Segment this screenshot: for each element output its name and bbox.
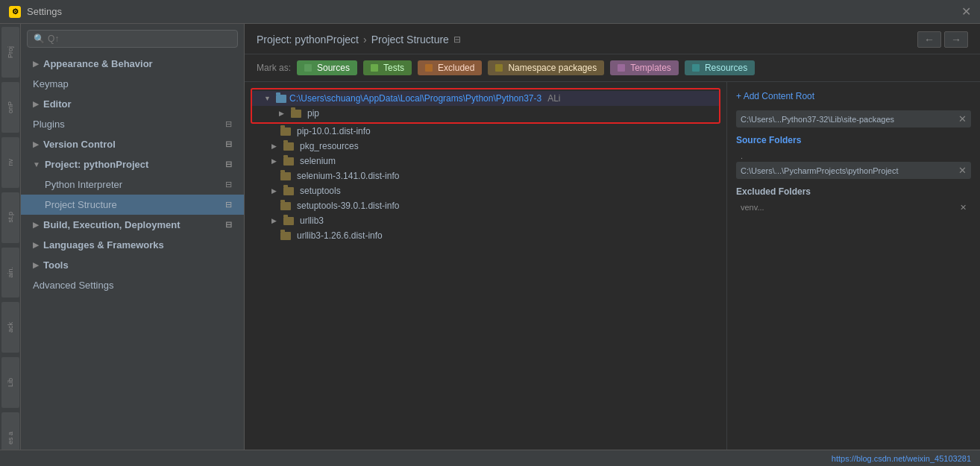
- selenium-label: selenium: [300, 156, 336, 166]
- tree-item-selenium-dist[interactable]: selenium-3.141.0.dist-info: [245, 169, 726, 183]
- sidebar: 🔍 ▶ Appearance & Behavior Keymap ▶ Edito…: [21, 24, 245, 466]
- right-path-pycharm-label: C:\Users\...\PycharmProjects\pythonProje…: [741, 166, 899, 175]
- left-tab-main[interactable]: ain.: [1, 248, 19, 298]
- tree-item-setuptools-dist[interactable]: setuptools-39.0.1.dist-info: [245, 198, 726, 213]
- sidebar-item-tools[interactable]: ▶ Tools: [21, 255, 244, 275]
- tree-item-setuptools[interactable]: ▶ setuptools: [245, 183, 726, 198]
- left-strip: Proj onP nv st.p ain. ack Lib es a: [0, 24, 21, 466]
- mark-templates-button[interactable]: Templates: [610, 60, 679, 75]
- main-layout: Proj onP nv st.p ain. ack Lib es a 🔍: [0, 24, 980, 466]
- mark-resources-button[interactable]: Resources: [685, 60, 755, 75]
- setuptools-folder-icon: [283, 187, 294, 195]
- chevron-icon-project: ▼: [33, 160, 40, 169]
- urllib3-dist-folder-icon: [280, 232, 291, 240]
- left-tab-env-label: nv: [7, 159, 14, 166]
- excluded-dot-value: venv...: [741, 203, 764, 212]
- sidebar-label-tools: Tools: [43, 259, 69, 271]
- close-button[interactable]: ✕: [961, 4, 971, 19]
- bottom-bar: https://blog.csdn.net/weixin_45103281: [0, 450, 980, 466]
- tree-item-pip-dist[interactable]: pip-10.0.1.dist-info: [245, 124, 726, 139]
- breadcrumb-part1: Project: pythonProject: [257, 34, 359, 45]
- sidebar-label-appearance: Appearance & Behavior: [43, 58, 153, 69]
- sources-icon: [304, 64, 312, 72]
- right-path-pycharm[interactable]: C:\Users\...\PycharmProjects\pythonProje…: [736, 162, 971, 179]
- sidebar-item-project[interactable]: ▼ Project: pythonProject ⊟: [21, 154, 244, 174]
- remove-excluded-button[interactable]: ✕: [960, 203, 967, 212]
- tree-root-item[interactable]: ▼ C:\Users\schuang\AppData\Local\Program…: [252, 91, 719, 106]
- root-chevron-icon: ▼: [264, 95, 273, 102]
- left-tab-python[interactable]: onP: [1, 82, 19, 133]
- tree-item-urllib3-dist[interactable]: urllib3-1.26.6.dist-info: [245, 228, 726, 243]
- setuptools-dist-folder-icon: [280, 202, 291, 210]
- chevron-icon-editor: ▶: [33, 100, 39, 108]
- left-tab-pack[interactable]: ack: [1, 302, 19, 353]
- sidebar-item-plugins[interactable]: Plugins ⊟: [21, 114, 244, 134]
- breadcrumb-arrow: ›: [363, 34, 367, 45]
- plugins-icon: ⊟: [225, 119, 232, 129]
- resources-label: Resources: [705, 63, 747, 73]
- sidebar-item-languages[interactable]: ▶ Languages & Frameworks: [21, 235, 244, 255]
- nav-forward-button[interactable]: →: [944, 31, 968, 48]
- sidebar-item-version-control[interactable]: ▶ Version Control ⊟: [21, 134, 244, 154]
- pip-chevron-icon: ▶: [279, 110, 288, 117]
- sidebar-item-python-interpreter[interactable]: Python Interpreter ⊟: [21, 174, 244, 195]
- right-path-lib[interactable]: C:\Users\...Python37-32\Lib\site-package…: [736, 110, 971, 127]
- sidebar-label-project: Project: pythonProject: [45, 159, 148, 170]
- left-tab-test[interactable]: st.p: [1, 192, 19, 243]
- sidebar-item-editor[interactable]: ▶ Editor: [21, 94, 244, 114]
- sidebar-item-keymap[interactable]: Keymap: [21, 74, 244, 94]
- left-tab-env[interactable]: nv: [1, 137, 19, 188]
- search-box[interactable]: 🔍: [27, 30, 238, 48]
- mark-namespace-button[interactable]: Namespace packages: [488, 60, 604, 75]
- mark-sources-button[interactable]: Sources: [297, 60, 357, 75]
- excluded-icon: [425, 64, 433, 72]
- content-area: Project: pythonProject › Project Structu…: [245, 24, 980, 466]
- mark-excluded-button[interactable]: Excluded: [418, 60, 482, 75]
- remove-lib-button[interactable]: ✕: [958, 113, 967, 125]
- add-content-root-button[interactable]: + Add Content Root: [736, 91, 971, 101]
- sidebar-item-appearance[interactable]: ▶ Appearance & Behavior: [21, 54, 244, 74]
- mark-tests-button[interactable]: Tests: [363, 60, 412, 75]
- ps-icon: ⊟: [225, 200, 232, 210]
- search-input[interactable]: [48, 34, 231, 44]
- build-icon: ⊟: [225, 220, 232, 230]
- sources-label: Sources: [317, 63, 350, 73]
- chevron-icon-vc: ▶: [33, 140, 39, 148]
- tree-item-pkg-resources[interactable]: ▶ pkg_resources: [245, 139, 726, 154]
- mark-as-label: Mark as:: [257, 63, 291, 73]
- root-folder-icon: [276, 95, 286, 103]
- excluded-folders-label: Excluded Folders: [736, 186, 971, 197]
- left-tab-python-label: onP: [7, 101, 14, 113]
- chevron-icon-tools: ▶: [33, 261, 39, 269]
- pi-icon: ⊟: [225, 180, 232, 189]
- left-tab-as-label: es a: [7, 432, 14, 444]
- pip-dist-label: pip-10.0.1.dist-info: [297, 126, 371, 136]
- mark-as-bar: Mark as: Sources Tests Excluded Namespac…: [245, 54, 980, 82]
- sidebar-label-plugins: Plugins: [33, 119, 65, 130]
- file-tree: ▼ C:\Users\schuang\AppData\Local\Program…: [245, 82, 726, 466]
- chevron-icon-lang: ▶: [33, 241, 39, 249]
- content-body: ▼ C:\Users\schuang\AppData\Local\Program…: [245, 82, 980, 466]
- left-tab-project[interactable]: Proj: [1, 27, 19, 78]
- nav-arrows: ← →: [917, 31, 968, 48]
- sidebar-item-build[interactable]: ▶ Build, Execution, Deployment ⊟: [21, 215, 244, 235]
- title-bar-left: ⚙ Settings: [9, 6, 62, 18]
- nav-back-button[interactable]: ←: [917, 31, 941, 48]
- left-tab-label: Proj: [7, 46, 14, 58]
- left-tab-lib[interactable]: Lib: [1, 357, 19, 408]
- sidebar-item-advanced[interactable]: Advanced Settings: [21, 275, 244, 295]
- right-path-lib-label: C:\Users\...Python37-32\Lib\site-package…: [741, 115, 894, 124]
- tree-item-pip[interactable]: ▶ pip: [252, 106, 719, 121]
- templates-label: Templates: [630, 63, 671, 73]
- urllib3-folder-icon: [283, 217, 294, 225]
- content-header: Project: pythonProject › Project Structu…: [245, 24, 980, 54]
- tree-item-urllib3[interactable]: ▶ urllib3: [245, 213, 726, 228]
- selenium-dist-folder-icon: [280, 172, 291, 180]
- tests-label: Tests: [383, 63, 404, 73]
- left-tab-lib-label: Lib: [7, 378, 14, 387]
- remove-pycharm-button[interactable]: ✕: [958, 165, 967, 176]
- source-folders-label: Source Folders: [736, 135, 971, 145]
- sidebar-item-project-structure[interactable]: Project Structure ⊟: [21, 195, 244, 215]
- tree-item-selenium[interactable]: ▶ selenium: [245, 154, 726, 169]
- urllib3-dist-label: urllib3-1.26.6.dist-info: [297, 230, 383, 241]
